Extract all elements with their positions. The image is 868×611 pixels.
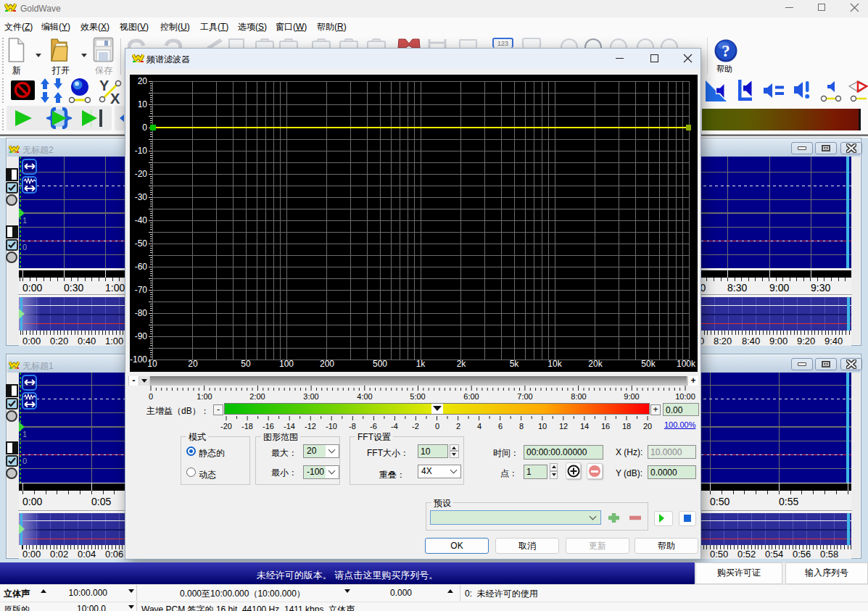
svg-text:X: X [110, 91, 120, 104]
svg-text:2k: 2k [457, 359, 467, 369]
svg-text:-10: -10 [135, 146, 148, 156]
svg-text:0: 0 [142, 122, 147, 133]
svg-text:-20: -20 [135, 169, 148, 179]
svg-text:10k: 10k [547, 359, 562, 369]
svg-text:1k: 1k [416, 359, 426, 369]
svg-text:10: 10 [138, 99, 148, 109]
svg-text:20: 20 [138, 76, 148, 86]
svg-text:50: 50 [241, 359, 251, 369]
svg-text:500: 500 [373, 359, 387, 369]
svg-text:-90: -90 [135, 331, 148, 341]
svg-text:-40: -40 [135, 215, 148, 225]
svg-text:100k: 100k [677, 359, 696, 369]
svg-text:20k: 20k [588, 359, 603, 369]
svg-text:10: 10 [147, 359, 157, 369]
svg-text:-30: -30 [135, 192, 148, 202]
svg-text:100: 100 [279, 359, 294, 369]
svg-text:-60: -60 [135, 262, 148, 272]
svg-text:-100: -100 [130, 354, 147, 365]
svg-text:50k: 50k [641, 359, 656, 369]
svg-text:?: ? [722, 42, 730, 60]
svg-text:-70: -70 [135, 285, 148, 295]
svg-text:20: 20 [188, 359, 198, 369]
svg-text:200: 200 [320, 359, 334, 369]
svg-text:Y: Y [99, 78, 109, 93]
svg-text:5k: 5k [510, 359, 520, 369]
svg-text:-80: -80 [135, 308, 148, 318]
svg-text:-50: -50 [135, 238, 148, 249]
